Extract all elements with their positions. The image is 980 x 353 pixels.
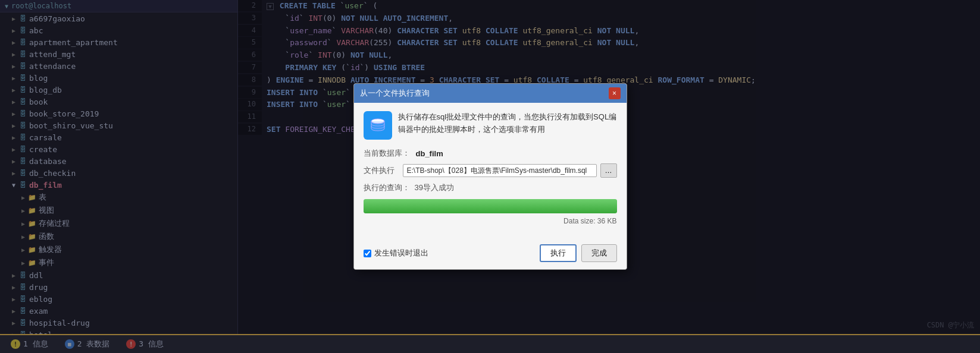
modal-db-name: db_film [416, 149, 443, 158]
modal-close-button[interactable]: × [609, 87, 621, 99]
modal-query-status: 39导入成功 [415, 182, 454, 193]
modal-file-input[interactable] [403, 164, 597, 177]
modal-description: 执行储存在sql批处理文件中的查询，当您执行没有加载到SQL编辑器中的批处理脚本… [398, 111, 617, 140]
progress-bar [364, 199, 617, 213]
progress-container [364, 199, 617, 213]
data-size-row: Data size: 36 KB [364, 217, 617, 225]
complete-button[interactable]: 完成 [581, 244, 617, 262]
modal-browse-button[interactable]: … [600, 163, 617, 178]
modal-desc-row: 执行储存在sql批处理文件中的查询，当您执行没有加载到SQL编辑器中的批处理脚本… [364, 111, 617, 140]
modal-db-label: 当前数据库： [364, 148, 411, 159]
modal-file-row: 文件执行 … [364, 163, 617, 178]
error-checkbox[interactable] [364, 250, 371, 257]
database-svg-icon [370, 117, 386, 134]
modal-file-label: 文件执行 [364, 165, 399, 176]
modal-query-label: 执行的查询： [364, 182, 410, 193]
modal-title: 从一个文件执行查询 [360, 88, 430, 99]
modal-title-bar: 从一个文件执行查询 × [354, 84, 627, 103]
modal-db-row: 当前数据库： db_film [364, 148, 617, 159]
modal-query-row: 执行的查询： 39导入成功 [364, 182, 617, 193]
checkbox-row: 发生错误时退出 [364, 248, 428, 259]
modal-db-icon [364, 111, 392, 140]
modal-footer: 发生错误时退出 执行 完成 [354, 239, 627, 269]
checkbox-label: 发生错误时退出 [374, 248, 428, 259]
modal-overlay[interactable]: 从一个文件执行查询 × 执行储存在sql批处理文件中的查询，当您执行没有加载到S… [0, 0, 980, 353]
modal-dialog: 从一个文件执行查询 × 执行储存在sql批处理文件中的查询，当您执行没有加载到S… [353, 83, 627, 270]
modal-body: 执行储存在sql批处理文件中的查询，当您执行没有加载到SQL编辑器中的批处理脚本… [354, 103, 627, 239]
modal-btn-row: 执行 完成 [540, 244, 617, 262]
execute-button[interactable]: 执行 [540, 244, 577, 262]
